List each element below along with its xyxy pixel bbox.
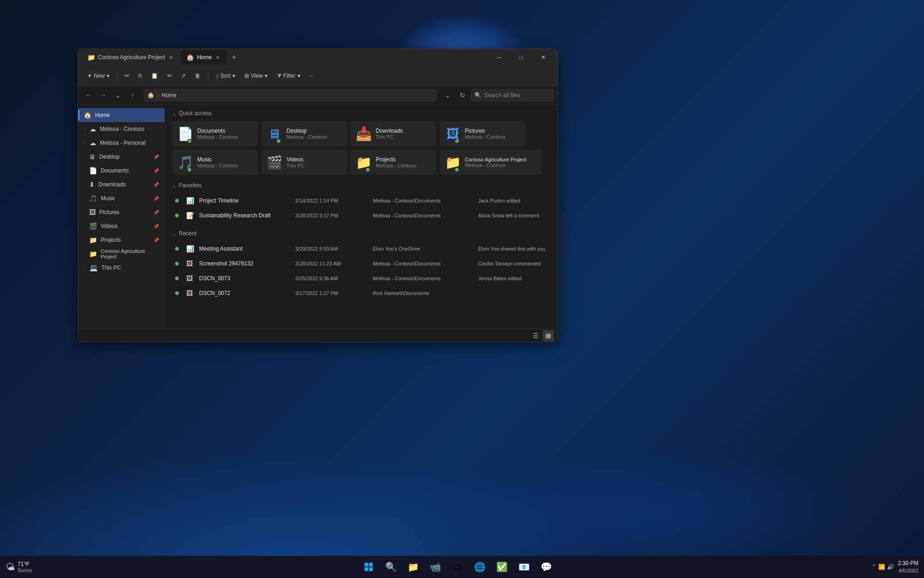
file-explorer-taskbar[interactable]: 📁 xyxy=(404,558,422,576)
this-pc-icon: 💻 xyxy=(90,264,97,271)
forward-button[interactable]: → xyxy=(97,89,109,102)
teams-taskbar[interactable]: 💬 xyxy=(537,558,555,576)
folder-tile-music[interactable]: 🎵 Music Melissa - Contoso xyxy=(172,150,258,175)
refresh-button[interactable]: ↻ xyxy=(456,89,469,102)
pictures-folder-info: Pictures Melissa - Contoso xyxy=(465,128,505,140)
sidebar-item-music[interactable]: 🎵 Music 📌 xyxy=(84,191,164,205)
rename-button[interactable]: ✏ xyxy=(164,68,176,83)
tab-home[interactable]: 🏠 Home ✕ xyxy=(181,50,226,65)
sidebar-item-desktop[interactable]: 🖥 Desktop 📌 xyxy=(84,150,164,164)
tab-home-close[interactable]: ✕ xyxy=(214,54,221,61)
filter-button[interactable]: ⧩ Filter ▾ xyxy=(273,68,304,83)
sidebar-item-videos[interactable]: 🎬 Videos 📌 xyxy=(84,219,164,233)
sync-dot-d73 xyxy=(175,277,179,280)
sidebar-item-home[interactable]: 🏠 Home xyxy=(78,108,164,122)
close-button[interactable]: ✕ xyxy=(533,50,554,65)
explorer-taskbar[interactable]: 🗂 xyxy=(448,558,467,576)
cloud-icon-2: ☁ xyxy=(90,139,96,147)
clock[interactable]: 2:30 PM 4/5/2022 xyxy=(898,560,918,574)
sidebar-item-contoso-project[interactable]: 📁 Contoso Agriculture Project xyxy=(84,247,164,261)
sidebar-item-contoso-cloud[interactable]: › ☁ Melissa - Contoso xyxy=(78,122,164,136)
minimize-button[interactable]: ─ xyxy=(488,50,510,65)
sidebar-documents-label: Documents xyxy=(101,167,129,174)
outlook-taskbar[interactable]: 📧 xyxy=(515,558,533,576)
folder-tile-pictures[interactable]: 🖼 Pictures Melissa - Contoso xyxy=(440,121,525,146)
paste-button[interactable]: 📋 xyxy=(147,68,162,83)
downloads-icon: ⬇ xyxy=(89,181,95,188)
contoso-ag-sync-dot xyxy=(455,167,459,172)
volume-icon[interactable]: 🔊 xyxy=(887,564,894,570)
back-button[interactable]: ← xyxy=(82,89,95,102)
favorites-list: 📊 Project Timeline 2/14/2022 1:14 PM Mel… xyxy=(172,193,550,223)
search-box[interactable]: 🔍 Search all files xyxy=(471,89,554,102)
nav-bar: ← → ⌄ ↑ 🏠 › Home ⌄ ↻ 🔍 Search all files xyxy=(78,86,558,105)
delete-button[interactable]: 🗑 xyxy=(191,68,204,83)
videos-icon: 🎬 xyxy=(89,222,97,230)
folder-tile-desktop[interactable]: 🖥 Desktop Melissa - Contoso xyxy=(261,121,347,146)
recent-header[interactable]: ⌄ Recent xyxy=(172,230,550,237)
taskbar-weather[interactable]: 🌤 71°F Sunny xyxy=(6,561,52,573)
chevron-tray-icon[interactable]: ⌃ xyxy=(872,564,876,570)
file-row-project-timeline[interactable]: 📊 Project Timeline 2/14/2022 1:14 PM Mel… xyxy=(172,193,550,208)
more-button[interactable]: ··· xyxy=(306,68,318,83)
view-label: View xyxy=(251,73,263,79)
breadcrumb[interactable]: 🏠 › Home xyxy=(144,89,437,102)
file-row-sustainability[interactable]: 📝 Sustainability Research Draft 3/28/202… xyxy=(172,208,550,223)
favorites-header[interactable]: ⌄ Favorites xyxy=(172,182,550,189)
new-tab-button[interactable]: + xyxy=(227,51,240,64)
file-row-dscn0073[interactable]: 🖼 DSCN_0073 3/25/2022 9:36 AM Melissa - … xyxy=(172,271,550,286)
file-activity-d73: Jenna Bates edited xyxy=(478,276,547,281)
list-view-button[interactable]: ☰ xyxy=(530,330,541,341)
sidebar-item-this-pc[interactable]: › 💻 This PC xyxy=(78,261,164,275)
copy-button[interactable]: ⎘ xyxy=(135,68,146,83)
cut-button[interactable]: ✂ xyxy=(121,68,133,83)
up-button[interactable]: ↑ xyxy=(126,89,139,102)
sidebar-item-projects[interactable]: 📁 Projects 📌 xyxy=(84,233,164,247)
edge-taskbar[interactable]: 🌐 xyxy=(470,558,489,576)
folder-tile-contoso-ag[interactable]: 📁 Contoso Agriculture Project Melissa - … xyxy=(440,150,541,175)
sidebar-home-label: Home xyxy=(95,112,110,118)
file-activity-ma: Elvin Yoo shared this with you xyxy=(478,246,547,252)
sidebar-item-documents[interactable]: 📄 Documents 📌 xyxy=(84,164,164,178)
network-icon[interactable]: 📶 xyxy=(878,564,885,570)
sidebar-item-pictures[interactable]: 🖼 Pictures 📌 xyxy=(84,205,164,219)
file-row-meeting-assistant[interactable]: 📊 Meeting Assistant 3/29/2022 9:50 AM El… xyxy=(172,241,550,256)
folder-tile-videos[interactable]: 🎬 Videos This PC xyxy=(261,150,347,175)
file-row-dscn0072[interactable]: 🖼 DSCN_0072 3/17/2022 1:27 PM Rick Hartn… xyxy=(172,286,550,301)
breadcrumb-expand-button[interactable]: ⌄ xyxy=(441,89,454,102)
share-button[interactable]: ↗ xyxy=(177,68,189,83)
file-row-screenshot[interactable]: 🖼 Screenshot 29478132 3/28/2022 11:23 AM… xyxy=(172,256,550,271)
recent-locations-button[interactable]: ⌄ xyxy=(111,89,124,102)
todo-taskbar[interactable]: ✅ xyxy=(492,558,511,576)
quick-access-header[interactable]: ⌄ Quick access xyxy=(172,110,550,117)
teams-meet-taskbar[interactable]: 📹 xyxy=(426,558,444,576)
sort-button[interactable]: ↕ Sort ▾ xyxy=(212,68,239,83)
sort-icon: ↕ xyxy=(216,73,219,79)
share-icon: ↗ xyxy=(181,73,186,79)
home-icon: 🏠 xyxy=(84,111,91,119)
sort-label: Sort xyxy=(220,73,231,79)
content-area: 🏠 Home › ☁ Melissa - Contoso › ☁ Melissa… xyxy=(78,105,558,329)
file-type-icon-d73: 🖼 xyxy=(186,275,195,282)
search-taskbar-button[interactable]: 🔍 xyxy=(382,558,400,576)
view-button[interactable]: ⊞ View ▾ xyxy=(241,68,271,83)
grid-view-button[interactable]: ⊞ xyxy=(543,330,554,341)
file-activity-sr: Alicia Snow left a comment xyxy=(478,213,547,218)
sync-dot-sc xyxy=(175,262,179,265)
tab-contoso[interactable]: 📁 Contoso Agriculture Project ✕ xyxy=(82,50,180,65)
pictures-folder-name: Pictures xyxy=(465,128,505,134)
file-location-d73: Melissa - Contoso\Documents xyxy=(373,276,474,281)
tab-contoso-close[interactable]: ✕ xyxy=(168,54,174,61)
folder-tile-projects[interactable]: 📁 Projects Melissa - Contoso xyxy=(351,150,436,175)
sidebar-videos-label: Videos xyxy=(101,223,117,229)
projects-sync-dot xyxy=(365,167,370,172)
file-type-icon-sc: 🖼 xyxy=(186,260,195,267)
start-button[interactable] xyxy=(359,558,378,576)
sidebar-item-downloads[interactable]: ⬇ Downloads 📌 xyxy=(84,178,164,191)
folder-tile-downloads[interactable]: 📥 Downloads This PC xyxy=(351,121,436,146)
sidebar-item-personal-cloud[interactable]: › ☁ Melissa - Personal xyxy=(78,136,164,150)
maximize-button[interactable]: □ xyxy=(511,50,532,65)
new-button[interactable]: ✦ New ▾ xyxy=(84,68,113,83)
folder-tile-documents[interactable]: 📄 Documents Melissa - Contoso xyxy=(172,121,258,146)
music-sync-dot xyxy=(187,167,192,172)
